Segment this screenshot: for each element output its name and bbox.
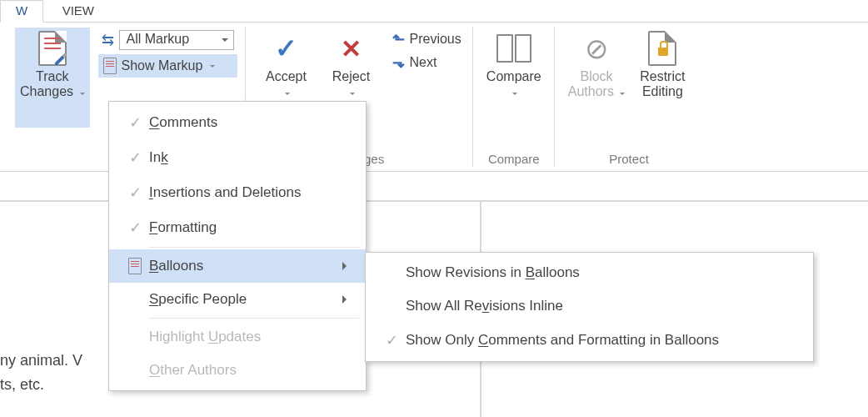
compare-icon [496,34,531,63]
submenu-arrow-icon [342,295,351,304]
menu-separator [149,318,359,319]
group-protect: ⊘ BlockAuthors RestrictEditing Protect [555,23,704,171]
tab-review-partial[interactable]: W [0,0,43,23]
balloons-submenu: Show Revisions in Balloons Show All Revi… [365,252,814,362]
show-markup-button[interactable]: Show Markup [98,54,237,78]
group-compare: Compare Compare [473,23,555,171]
check-icon: ✓ [129,183,142,202]
menu-item-balloons[interactable]: Balloons [109,249,366,283]
group-label-compare: Compare [488,152,540,171]
group-label-protect: Protect [609,152,649,171]
menu-item-formatting[interactable]: ✓ Formatting [109,210,366,245]
menu-separator [149,247,359,248]
markup-display-combo[interactable]: All Markup [119,30,234,50]
restrict-editing-icon [648,31,676,66]
markup-swap-icon: ⇆ [102,35,114,46]
group-tracking-partial: TrackChanges [0,23,98,171]
check-icon: ✓ [129,148,142,167]
document-text-fragment: ny animal. V ts, etc. [0,349,82,397]
submenu-show-only-comments[interactable]: ✓ Show Only Comments and Formatting in B… [366,323,813,358]
menu-item-ink[interactable]: ✓ Ink [109,140,366,175]
track-changes-button[interactable]: TrackChanges [15,28,90,128]
block-authors-icon: ⊘ [585,32,608,65]
all-markup-row: ⇆ All Markup [98,29,237,51]
next-change-button[interactable]: ⬎ Next [389,53,465,73]
reject-icon: ✕ [341,34,362,63]
submenu-show-all-inline[interactable]: Show All Revisions Inline [366,289,813,323]
submenu-arrow-icon [342,262,351,270]
menu-item-insertions-deletions[interactable]: ✓ Insertions and Deletions [109,175,366,210]
track-changes-icon [38,31,67,66]
restrict-editing-button[interactable]: RestrictEditing [630,28,695,128]
check-icon: ✓ [129,219,142,237]
show-markup-dropdown: ✓ Comments ✓ Ink ✓ Insertions and Deleti… [108,101,367,391]
previous-icon: ⬑ [392,30,405,48]
previous-change-button[interactable]: ⬑ Previous [389,29,465,49]
tab-view[interactable]: VIEW [47,1,109,22]
check-icon: ✓ [129,113,142,132]
compare-button[interactable]: Compare [481,28,546,128]
menu-item-other-authors: Other Authors [109,354,366,387]
menu-item-comments[interactable]: ✓ Comments [109,105,366,140]
ribbon-tabs: W VIEW [0,0,868,23]
accept-icon: ✓ [275,33,297,64]
balloons-icon [128,258,142,274]
block-authors-button[interactable]: ⊘ BlockAuthors [563,28,631,128]
menu-item-specific-people[interactable]: Specific People [109,283,366,316]
next-icon: ⬎ [392,53,405,72]
show-markup-icon [103,58,117,74]
menu-item-highlight-updates: Highlight Updates [109,320,366,354]
submenu-show-revisions-balloons[interactable]: Show Revisions in Balloons [366,256,813,289]
check-icon: ✓ [386,331,398,349]
